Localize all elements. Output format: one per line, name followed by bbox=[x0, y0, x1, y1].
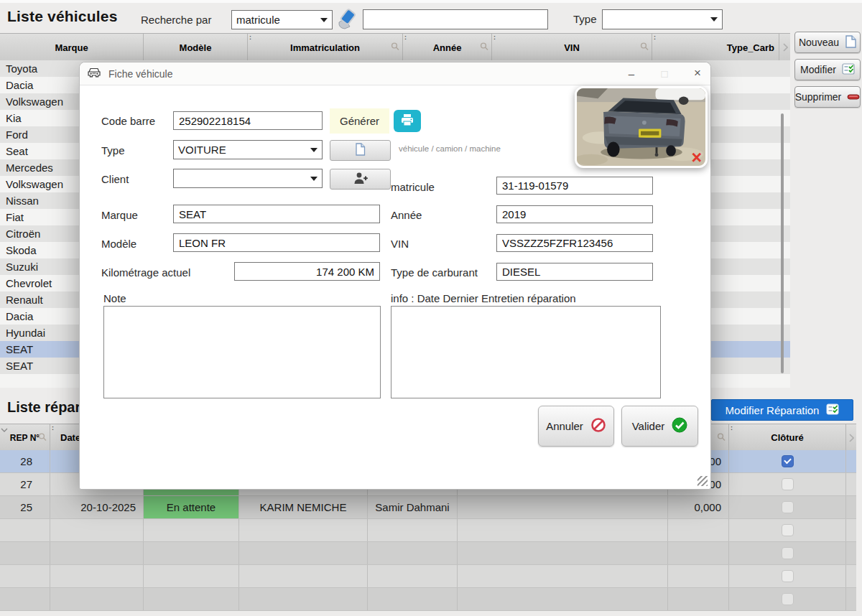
app-window: Liste véhicules Recherche par matricule … bbox=[0, 0, 862, 616]
person-add-icon bbox=[353, 172, 369, 187]
new-vehicle-button[interactable]: Nouveau bbox=[794, 32, 861, 53]
col-header-modele[interactable]: Modèle bbox=[144, 34, 248, 61]
col-header-immatriculation[interactable]: : Immatriculation bbox=[248, 34, 403, 61]
vin-input[interactable] bbox=[496, 234, 653, 252]
resize-grip-icon[interactable] bbox=[698, 476, 708, 486]
vin-label: VIN bbox=[391, 238, 409, 250]
remove-photo-icon[interactable]: × bbox=[691, 149, 702, 167]
code-barre-label: Code barre bbox=[101, 115, 155, 127]
cloture-checkbox bbox=[782, 524, 794, 536]
annee-label: Année bbox=[391, 209, 422, 221]
chevron-down-icon bbox=[310, 148, 318, 152]
edit-checklist-icon bbox=[842, 63, 855, 77]
col-header-annee[interactable]: : Année bbox=[403, 34, 492, 61]
new-page-icon bbox=[845, 35, 856, 50]
type-filter-label: Type bbox=[573, 13, 597, 25]
maximize-button[interactable]: □ bbox=[650, 62, 679, 84]
search-icon[interactable] bbox=[391, 42, 399, 53]
edit-vehicle-button[interactable]: Modifier bbox=[794, 59, 861, 80]
ok-check-icon bbox=[672, 417, 687, 435]
search-by-select[interactable]: matricule bbox=[231, 10, 333, 29]
type-list-button[interactable] bbox=[330, 140, 391, 161]
marque-input[interactable] bbox=[173, 205, 380, 223]
km-input[interactable] bbox=[234, 262, 380, 281]
vehicles-table-header: Marque Modèle : Immatriculation : Année … bbox=[0, 33, 790, 62]
cancel-button[interactable]: Annuler bbox=[538, 406, 614, 447]
edit-checklist-icon bbox=[826, 403, 839, 417]
repair-row-empty bbox=[0, 565, 856, 588]
cloture-checkbox bbox=[782, 547, 794, 559]
vertical-scrollbar[interactable] bbox=[781, 113, 784, 373]
scroll-right-icon[interactable] bbox=[846, 424, 856, 451]
edit-repair-button[interactable]: Modifier Réparation bbox=[711, 399, 853, 421]
note-textarea[interactable] bbox=[103, 306, 381, 398]
marque-label: Marque bbox=[101, 209, 138, 221]
chevron-down-icon bbox=[320, 18, 328, 22]
column-splitter-icon[interactable]: : bbox=[52, 425, 54, 431]
column-splitter-icon[interactable]: : bbox=[731, 425, 733, 431]
info-textarea[interactable] bbox=[391, 306, 661, 398]
page-title: Liste véhicules bbox=[7, 8, 118, 25]
carburant-input[interactable] bbox=[496, 263, 653, 281]
vehicle-dialog: Fiche véhicule – □ × Code barre Générer … bbox=[79, 62, 711, 490]
km-label: Kilométrage actuel bbox=[101, 266, 190, 279]
column-splitter-icon[interactable]: : bbox=[654, 34, 656, 40]
repair-row[interactable]: 25 20-10-2025 En attente KARIM NEMICHE S… bbox=[0, 496, 856, 519]
code-barre-input[interactable] bbox=[173, 111, 323, 130]
window-top-edge bbox=[0, 0, 862, 3]
type-hint: véhicule / camion / machine bbox=[399, 144, 501, 153]
carburant-label: Type de carburant bbox=[391, 266, 478, 279]
col-header-rep-num[interactable]: REP N° bbox=[0, 424, 50, 451]
printer-icon bbox=[400, 113, 414, 129]
close-button[interactable]: × bbox=[683, 62, 712, 84]
client-select[interactable] bbox=[173, 169, 323, 188]
add-client-button[interactable] bbox=[330, 169, 391, 190]
annee-input[interactable] bbox=[496, 205, 653, 223]
car-icon bbox=[87, 67, 101, 81]
cloture-checkbox bbox=[782, 593, 794, 605]
col-header-marque[interactable]: Marque bbox=[0, 34, 144, 61]
modele-label: Modèle bbox=[101, 238, 136, 250]
search-by-label: Recherche par bbox=[141, 14, 211, 26]
generate-barcode-button[interactable]: Générer bbox=[330, 108, 389, 134]
type-label: Type bbox=[101, 144, 125, 157]
column-splitter-icon[interactable]: : bbox=[249, 34, 251, 40]
search-icon[interactable] bbox=[717, 432, 726, 443]
client-label: Client bbox=[101, 173, 129, 185]
type-select[interactable]: VOITURE bbox=[173, 140, 323, 159]
sort-icon bbox=[1, 424, 8, 435]
search-icon[interactable] bbox=[38, 432, 47, 443]
page-icon bbox=[355, 143, 366, 159]
search-by-value: matricule bbox=[236, 14, 280, 26]
col-header-vin[interactable]: : VIN bbox=[492, 34, 652, 61]
cloture-checkbox[interactable] bbox=[782, 455, 794, 467]
search-icon[interactable] bbox=[640, 42, 649, 53]
vehicle-photo-image bbox=[577, 88, 705, 166]
print-barcode-button[interactable] bbox=[394, 110, 421, 132]
search-input[interactable] bbox=[363, 9, 548, 29]
col-header-cloture[interactable]: : Clôturé bbox=[729, 424, 846, 451]
ok-button[interactable]: Valider bbox=[621, 406, 698, 447]
chevron-down-icon bbox=[310, 177, 318, 181]
scroll-right-icon[interactable] bbox=[779, 34, 790, 61]
barcode-scanner-icon[interactable] bbox=[335, 8, 359, 34]
dialog-titlebar[interactable]: Fiche véhicule – □ × bbox=[80, 62, 710, 85]
type-filter-select[interactable] bbox=[602, 9, 723, 29]
chevron-down-icon bbox=[710, 17, 718, 22]
modele-input[interactable] bbox=[173, 233, 380, 252]
note-label: Note bbox=[103, 292, 126, 304]
column-splitter-icon[interactable]: : bbox=[493, 34, 496, 40]
col-header-type-carb[interactable]: : Type_Carb bbox=[652, 34, 779, 61]
cancel-prohibition-icon bbox=[590, 417, 606, 435]
vehicle-photo: × bbox=[575, 86, 708, 168]
cloture-checkbox[interactable] bbox=[782, 478, 794, 490]
repair-row-empty bbox=[0, 519, 856, 542]
cloture-checkbox bbox=[782, 570, 794, 582]
delete-vehicle-button[interactable]: Supprimer bbox=[794, 86, 861, 108]
matricule-input[interactable] bbox=[496, 177, 653, 195]
cloture-checkbox[interactable] bbox=[782, 501, 794, 513]
search-icon[interactable] bbox=[480, 42, 488, 53]
minimize-button[interactable]: – bbox=[617, 62, 646, 84]
repair-row-empty bbox=[0, 542, 856, 565]
column-splitter-icon[interactable]: : bbox=[404, 34, 407, 40]
